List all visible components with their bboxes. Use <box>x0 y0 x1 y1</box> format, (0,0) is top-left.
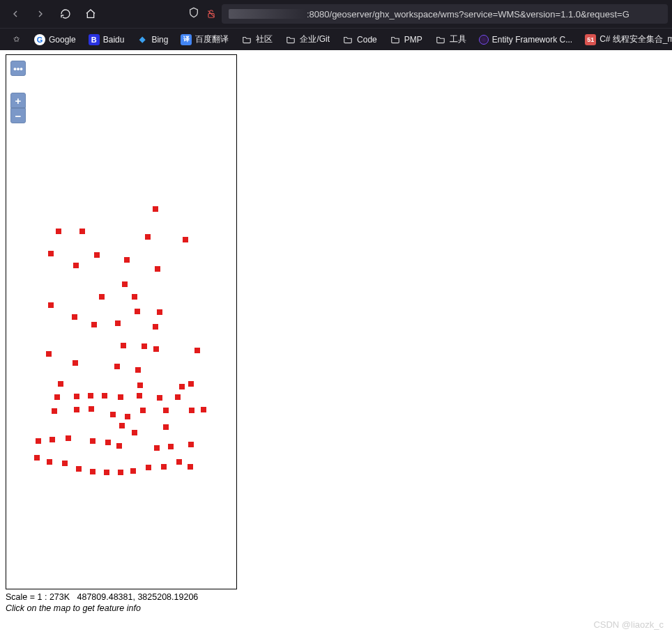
map-point[interactable] <box>105 440 111 445</box>
map-point[interactable] <box>145 234 151 240</box>
map-point[interactable] <box>157 395 162 401</box>
map-point[interactable] <box>189 408 194 413</box>
map-point[interactable] <box>154 445 160 451</box>
map-point[interactable] <box>90 469 96 474</box>
map-point[interactable] <box>132 430 137 435</box>
map-point[interactable] <box>121 343 126 348</box>
map-point[interactable] <box>49 437 55 442</box>
map-point[interactable] <box>153 206 158 212</box>
bookmark-item[interactable]: 51C# 线程安全集合_mo... <box>580 31 672 48</box>
home-button[interactable] <box>79 3 102 25</box>
map-point[interactable] <box>115 320 121 326</box>
map-point[interactable] <box>118 470 123 475</box>
map-point[interactable] <box>46 351 52 357</box>
bookmark-item[interactable]: 工具 <box>430 31 471 48</box>
map-point[interactable] <box>48 251 54 256</box>
bookmark-item[interactable]: 译百度翻译 <box>176 31 234 48</box>
map-point[interactable] <box>102 393 107 399</box>
map-point[interactable] <box>79 229 85 234</box>
back-button[interactable] <box>4 3 26 25</box>
map-point[interactable] <box>99 294 105 300</box>
bookmark-label: Baidu <box>103 35 125 45</box>
map-point[interactable] <box>72 360 78 366</box>
map-point[interactable] <box>48 302 54 308</box>
map-point[interactable] <box>89 406 94 412</box>
map-point[interactable] <box>137 382 143 388</box>
map-point[interactable] <box>36 438 41 444</box>
map-point[interactable] <box>179 384 185 389</box>
zoom-out-button[interactable]: − <box>10 108 26 123</box>
map-point[interactable] <box>188 464 193 470</box>
map-point[interactable] <box>52 408 57 414</box>
map-point[interactable] <box>94 252 100 258</box>
map-point[interactable] <box>104 470 109 475</box>
bookmark-item[interactable]: Code <box>337 31 382 48</box>
bookmark-item[interactable]: PMP <box>385 31 427 48</box>
map-point[interactable] <box>153 346 159 352</box>
bookmark-item[interactable]: GGoogle <box>29 31 81 48</box>
lock-insecure-icon[interactable] <box>206 9 216 19</box>
map-point[interactable] <box>163 424 169 430</box>
address-bar[interactable]: :8080/geoserver/ghx_workspace/wms?servic… <box>222 4 668 24</box>
map-point[interactable] <box>142 343 147 349</box>
map-point[interactable] <box>76 466 82 472</box>
map-point[interactable] <box>188 381 194 387</box>
map-point[interactable] <box>135 367 141 373</box>
map-point[interactable] <box>119 423 125 428</box>
map-point[interactable] <box>74 407 79 412</box>
map-point[interactable] <box>188 442 194 447</box>
map-point[interactable] <box>135 309 140 314</box>
map-point[interactable] <box>124 257 130 263</box>
map-point[interactable] <box>201 407 206 412</box>
map-point[interactable] <box>110 412 116 417</box>
map-point[interactable] <box>163 408 169 413</box>
zoom-in-button[interactable]: + <box>10 93 26 108</box>
map-point[interactable] <box>56 229 61 234</box>
map-point[interactable] <box>130 468 136 474</box>
bookmark-item[interactable]: ✩ <box>6 31 26 48</box>
map-point[interactable] <box>157 309 162 315</box>
bookmark-item[interactable]: BBaidu <box>84 31 130 48</box>
map-status: Scale = 1 : 273K 487809.48381, 3825208.1… <box>6 592 198 613</box>
map-point[interactable] <box>66 435 71 441</box>
map-point[interactable] <box>183 237 188 242</box>
map-point[interactable] <box>155 266 160 272</box>
map-point[interactable] <box>47 459 52 465</box>
map-point[interactable] <box>161 464 167 470</box>
map-point[interactable] <box>175 394 181 400</box>
map-point[interactable] <box>90 438 96 444</box>
forward-button[interactable] <box>29 3 52 25</box>
map-point[interactable] <box>176 459 182 465</box>
map-options-button[interactable]: ••• <box>10 61 26 76</box>
reload-button[interactable] <box>54 3 77 25</box>
map-point[interactable] <box>146 465 151 470</box>
map-point[interactable] <box>74 394 79 399</box>
map-point[interactable] <box>132 294 137 300</box>
map-point[interactable] <box>194 348 200 353</box>
bookmark-item[interactable]: Entity Framework C... <box>474 32 577 47</box>
map-point[interactable] <box>91 322 97 327</box>
map-point[interactable] <box>137 393 142 399</box>
bookmarks-bar: ✩GGoogleBBaidu◆Bing译百度翻译社区企业/GitCodePMP工… <box>0 28 672 50</box>
bookmark-label: 工具 <box>450 33 466 45</box>
shield-icon[interactable] <box>188 7 199 21</box>
map-point[interactable] <box>62 461 68 466</box>
map-point[interactable] <box>140 408 146 413</box>
map-point[interactable] <box>72 314 77 320</box>
map-point[interactable] <box>54 394 60 400</box>
map-point[interactable] <box>118 394 123 400</box>
map-point[interactable] <box>116 443 122 449</box>
map-point[interactable] <box>34 455 40 461</box>
map-canvas[interactable]: ••• + − <box>6 55 236 589</box>
map-point[interactable] <box>58 381 63 387</box>
bookmark-item[interactable]: ◆Bing <box>132 31 173 48</box>
map-point[interactable] <box>73 263 79 268</box>
map-point[interactable] <box>114 364 120 369</box>
map-point[interactable] <box>153 324 158 330</box>
map-point[interactable] <box>125 414 130 419</box>
map-point[interactable] <box>122 281 128 287</box>
bookmark-item[interactable]: 企业/Git <box>280 31 335 48</box>
bookmark-item[interactable]: 社区 <box>236 31 277 48</box>
map-point[interactable] <box>168 444 174 449</box>
map-point[interactable] <box>88 393 93 399</box>
